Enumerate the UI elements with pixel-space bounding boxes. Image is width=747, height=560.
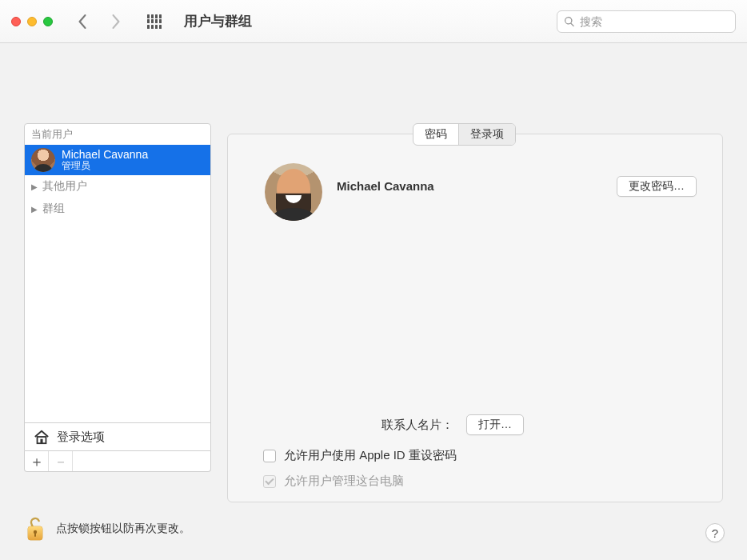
grid-icon — [147, 14, 162, 29]
svg-rect-1 — [40, 439, 42, 443]
unlocked-lock-icon[interactable] — [24, 515, 46, 542]
checkbox-apple-id-reset[interactable]: 允许用户使用 Apple ID 重设密码 — [263, 448, 457, 463]
house-icon — [33, 429, 50, 445]
add-user-button[interactable]: ＋ — [25, 451, 49, 471]
footer: 点按锁按钮以防再次更改。 — [24, 515, 190, 542]
checkbox-admin-computer: 允许用户管理这台电脑 — [263, 474, 404, 489]
sidebar-user-role: 管理员 — [62, 161, 148, 171]
login-options-label: 登录选项 — [57, 430, 105, 445]
sidebar-item-label: 群组 — [42, 202, 65, 216]
sidebar-header-current-user: 当前用户 — [25, 124, 210, 145]
contacts-card-row: 联系人名片： 打开… — [381, 414, 524, 435]
search-icon — [564, 16, 575, 27]
tab-login-items[interactable]: 登录项 — [459, 124, 515, 145]
tab-password[interactable]: 密码 — [413, 124, 459, 145]
sidebar-add-remove: ＋ － — [24, 451, 211, 472]
minimize-window-button[interactable] — [27, 17, 37, 26]
main-area: 密码 登录项 当前用户 Michael Cavanna 管理员 ▶ 其他用户 ▶… — [0, 43, 747, 560]
sidebar-item-groups[interactable]: ▶ 群组 — [25, 198, 210, 220]
remove-user-button[interactable]: － — [49, 451, 73, 471]
checkbox-label: 允许用户使用 Apple ID 重设密码 — [284, 448, 457, 463]
window-controls — [11, 17, 53, 26]
window-title: 用户与群组 — [184, 12, 252, 30]
search-input[interactable] — [580, 15, 729, 28]
forward-button[interactable] — [104, 10, 128, 34]
tab-bar: 密码 登录项 — [413, 123, 516, 146]
avatar-small — [31, 148, 55, 172]
titlebar: 用户与群组 — [0, 0, 747, 43]
disclosure-triangle-icon: ▶ — [31, 205, 38, 214]
close-window-button[interactable] — [11, 17, 21, 26]
checkbox-icon — [263, 450, 276, 462]
login-options-button[interactable]: 登录选项 — [25, 422, 210, 450]
change-password-button[interactable]: 更改密码… — [617, 176, 697, 197]
user-display-name: Michael Cavanna — [337, 179, 434, 193]
svg-rect-5 — [34, 533, 36, 537]
sidebar-selected-user[interactable]: Michael Cavanna 管理员 — [25, 145, 210, 175]
lock-hint-text: 点按锁按钮以防再次更改。 — [56, 522, 190, 536]
user-sidebar: 当前用户 Michael Cavanna 管理员 ▶ 其他用户 ▶ 群组 登录选… — [24, 123, 211, 451]
help-button[interactable]: ? — [705, 523, 725, 542]
sidebar-user-name: Michael Cavanna — [62, 149, 148, 161]
search-field[interactable] — [557, 10, 736, 33]
open-contacts-button[interactable]: 打开… — [466, 414, 524, 435]
sidebar-item-label: 其他用户 — [42, 179, 87, 194]
back-button[interactable] — [70, 10, 94, 34]
content-panel: Michael Cavanna 更改密码… 联系人名片： 打开… 允许用户使用 … — [227, 134, 723, 502]
show-all-button[interactable] — [142, 10, 166, 34]
user-avatar[interactable] — [265, 163, 322, 221]
checkbox-label: 允许用户管理这台电脑 — [284, 474, 404, 489]
zoom-window-button[interactable] — [43, 17, 53, 26]
disclosure-triangle-icon: ▶ — [31, 182, 38, 191]
contacts-card-label: 联系人名片： — [381, 418, 453, 433]
checkbox-icon — [263, 475, 276, 488]
sidebar-item-other-users[interactable]: ▶ 其他用户 — [25, 175, 210, 198]
